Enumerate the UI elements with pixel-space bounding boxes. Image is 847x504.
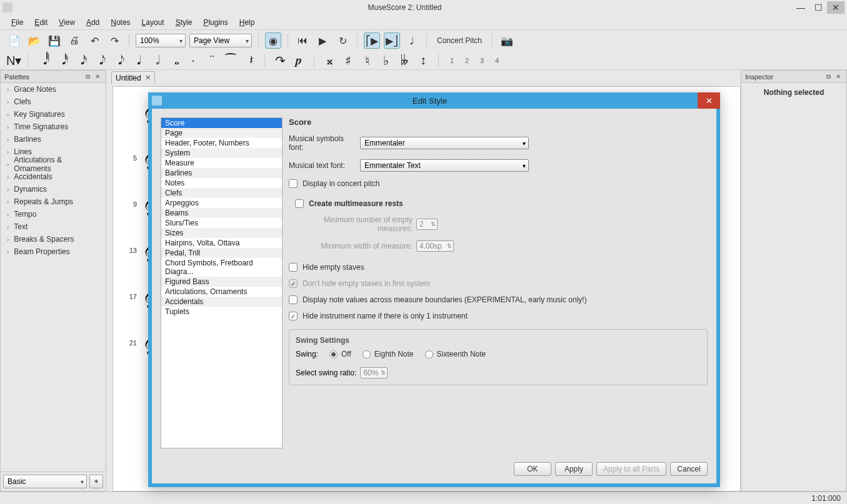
hide-empty-staves-checkbox[interactable]: [289, 263, 298, 272]
new-score-button[interactable]: 📄: [6, 32, 23, 49]
category-item[interactable]: Slurs/Ties: [161, 218, 282, 228]
minimize-button[interactable]: —: [792, 1, 809, 14]
category-item[interactable]: Pedal, Trill: [161, 248, 282, 258]
menu-add[interactable]: Add: [81, 17, 104, 28]
dialog-titlebar[interactable]: Edit Style ✕: [148, 92, 720, 109]
palette-item[interactable]: ›Beam Properties: [1, 245, 106, 258]
min-empty-spinner[interactable]: 2: [416, 219, 438, 230]
document-tab[interactable]: Untitled ✕: [111, 71, 155, 84]
category-item[interactable]: Articulations, Ornaments: [161, 287, 282, 297]
category-item[interactable]: Hairpins, Volta, Ottava: [161, 238, 282, 248]
close-tab-icon[interactable]: ✕: [145, 74, 151, 82]
category-item[interactable]: Clefs: [161, 188, 282, 198]
category-item[interactable]: System: [161, 148, 282, 158]
text-font-select[interactable]: Emmentaler Text: [360, 159, 529, 172]
natural-icon[interactable]: ♮: [361, 53, 373, 68]
zoom-combo[interactable]: 100%: [136, 34, 186, 47]
menu-view[interactable]: View: [54, 17, 80, 28]
palette-preset-combo[interactable]: Basic: [3, 475, 87, 488]
note-half-icon[interactable]: 𝅗𝅥: [149, 53, 162, 67]
note-8th-icon[interactable]: 𝅘𝅥𝅮: [93, 53, 106, 67]
palette-item[interactable]: ›Tempo: [1, 208, 106, 220]
close-panel-icon[interactable]: ✕: [93, 72, 102, 81]
palette-item[interactable]: ›Dynamics: [1, 183, 106, 195]
open-button[interactable]: 📂: [26, 32, 43, 49]
style-category-list[interactable]: Score Page Header, Footer, Numbers Syste…: [161, 117, 283, 448]
dot-icon[interactable]: ·: [187, 53, 199, 67]
swing-eighth-radio[interactable]: Eighth Note: [363, 350, 414, 358]
rewind-button[interactable]: ⏮: [294, 32, 311, 49]
mm-rests-checkbox[interactable]: [295, 199, 304, 208]
palette-item[interactable]: ›Articulations & Ornaments: [1, 158, 106, 170]
palette-item[interactable]: ›Breaks & Spacers: [1, 233, 106, 245]
double-flat-icon[interactable]: 𝄫: [398, 53, 411, 67]
palette-item[interactable]: ›Repeats & Jumps: [1, 195, 106, 208]
add-palette-button[interactable]: +: [89, 475, 103, 488]
maximize-button[interactable]: ☐: [809, 1, 827, 14]
category-item[interactable]: Score: [161, 118, 282, 128]
swing-sixteenth-radio[interactable]: Sixteenth Note: [425, 350, 486, 358]
palette-item[interactable]: ›Text: [1, 220, 106, 233]
category-item[interactable]: Barlines: [161, 168, 282, 178]
display-across-checkbox[interactable]: [289, 295, 298, 304]
category-item[interactable]: Measure: [161, 158, 282, 168]
min-width-spinner[interactable]: 4.00sp: [416, 240, 454, 252]
double-sharp-icon[interactable]: 𝄪: [323, 53, 336, 67]
voice-4-button[interactable]: 4: [493, 57, 501, 64]
note-32nd-icon[interactable]: 𝅘𝅥𝅰: [56, 53, 68, 67]
menu-layout[interactable]: Layout: [137, 17, 169, 28]
menu-style[interactable]: Style: [171, 17, 198, 28]
category-item[interactable]: Chord Symbols, Fretboard Diagra...: [161, 258, 282, 277]
category-item[interactable]: Figured Bass: [161, 277, 282, 287]
palette-item[interactable]: ›Key Signatures: [1, 108, 106, 121]
flat-icon[interactable]: ♭: [379, 53, 392, 68]
category-item[interactable]: Sizes: [161, 228, 282, 238]
rest-icon[interactable]: 𝄽: [243, 53, 256, 67]
note-whole-icon[interactable]: 𝅝: [168, 53, 181, 67]
palette-item[interactable]: ›Barlines: [1, 133, 106, 146]
double-dot-icon[interactable]: ¨: [206, 53, 218, 67]
category-item[interactable]: Beams: [161, 208, 282, 218]
menu-notes[interactable]: Notes: [106, 17, 135, 28]
sharp-icon[interactable]: ♯: [342, 53, 354, 68]
apply-button[interactable]: Apply: [555, 462, 593, 476]
note-64th-icon[interactable]: 𝅘𝅥𝅱: [37, 53, 49, 67]
save-button[interactable]: 💾: [46, 32, 63, 49]
close-panel-icon[interactable]: ✕: [834, 72, 843, 81]
repeat-icon[interactable]: ↷: [274, 53, 286, 68]
category-item[interactable]: Header, Footer, Numbers: [161, 138, 282, 148]
note-quarter-icon[interactable]: 𝅘𝅥: [131, 53, 143, 67]
note-16th-icon[interactable]: 𝅘𝅥𝅯: [74, 53, 87, 67]
marcato-icon[interactable]: 𝆏: [293, 53, 305, 67]
voice-1-button[interactable]: 1: [448, 57, 456, 64]
screenshot-button[interactable]: 📷: [499, 32, 515, 49]
concert-pitch-checkbox[interactable]: [289, 179, 298, 188]
flip-icon[interactable]: ↕: [417, 53, 429, 67]
category-item[interactable]: Page: [161, 128, 282, 138]
concert-pitch-toggle[interactable]: Concert Pitch: [433, 36, 486, 45]
loop-in-button[interactable]: ⎡▶: [364, 32, 380, 49]
palette-item[interactable]: ›Grace Notes: [1, 83, 106, 96]
view-mode-combo[interactable]: Page View: [189, 34, 252, 47]
category-item[interactable]: Accidentals: [161, 297, 282, 307]
undo-button[interactable]: ↶: [86, 32, 103, 49]
undock-icon[interactable]: ⧉: [83, 72, 92, 81]
category-item[interactable]: Tuplets: [161, 307, 282, 317]
close-button[interactable]: ✕: [827, 1, 844, 14]
category-item[interactable]: Notes: [161, 178, 282, 188]
dialog-close-button[interactable]: ✕: [698, 92, 720, 109]
note-input-button[interactable]: N▾: [6, 53, 19, 68]
metronome-button[interactable]: ◉: [265, 32, 281, 49]
palette-item[interactable]: ›Clefs: [1, 96, 106, 108]
undock-icon[interactable]: ⧉: [824, 72, 833, 81]
tie-icon[interactable]: ⁀: [224, 53, 237, 68]
voice-2-button[interactable]: 2: [463, 57, 471, 64]
cancel-button[interactable]: Cancel: [670, 462, 708, 476]
loop-button[interactable]: ↻: [334, 32, 351, 49]
play-button[interactable]: ▶: [314, 32, 331, 49]
swing-off-radio[interactable]: Off: [329, 350, 351, 358]
menu-plugins[interactable]: Plugins: [198, 17, 233, 28]
swing-ratio-spinner[interactable]: 60%: [360, 367, 388, 378]
menu-file[interactable]: File: [6, 17, 28, 28]
print-button[interactable]: 🖨: [66, 32, 83, 49]
